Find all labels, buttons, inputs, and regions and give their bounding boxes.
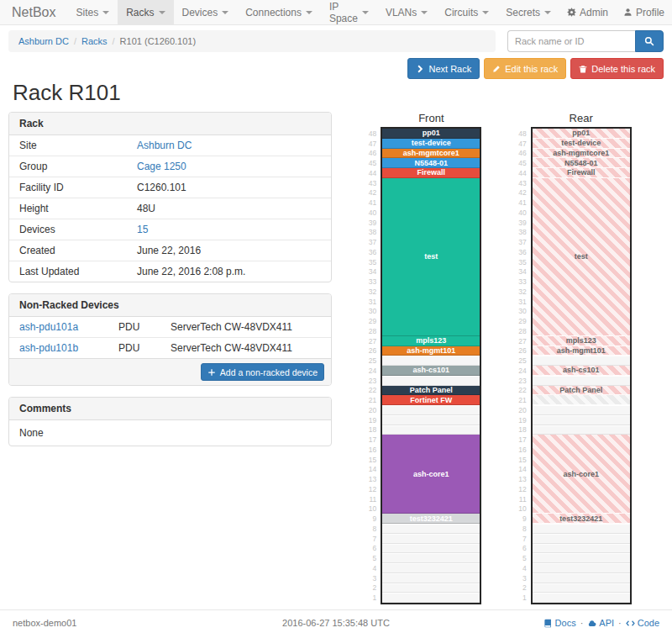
nav-item-racks[interactable]: Racks [118, 0, 173, 24]
unit-number: 9 [514, 514, 531, 524]
admin-link[interactable]: Admin [559, 0, 616, 24]
unit-number: 31 [364, 297, 381, 307]
rack-device-n5548-01[interactable]: N5548-01 [382, 158, 480, 168]
unit-number: 13 [514, 474, 531, 484]
rack-device-test[interactable]: test [382, 178, 480, 336]
footer-link-code[interactable]: Code [626, 618, 659, 628]
rack-device-firewall[interactable]: Firewall [382, 168, 480, 178]
page-title: Rack R101 [13, 81, 672, 104]
navbar-menu: SitesRacksDevicesConnectionsIP SpaceVLAN… [67, 0, 559, 24]
chevron-down-icon [159, 11, 165, 14]
rack-device-ash-mgmt101[interactable]: ash-mgmt101 [533, 346, 630, 356]
nav-item-vlans[interactable]: VLANs [377, 0, 436, 24]
breadcrumb-item[interactable]: Racks [81, 36, 108, 46]
chevron-down-icon [362, 11, 369, 14]
breadcrumb-item: R101 (C1260.101) [120, 36, 197, 46]
next-rack-button[interactable]: Next Rack [407, 58, 480, 79]
rack-device-fortinet-fw[interactable] [533, 395, 630, 405]
unit-number: 44 [364, 168, 381, 178]
rack-unit-empty [533, 573, 630, 583]
rack-device-pp01[interactable]: pp01 [533, 129, 630, 139]
unit-number: 30 [514, 307, 531, 317]
unit-number: 29 [514, 316, 531, 326]
footer-links: Docs·API·Code [444, 618, 659, 628]
rack-attr-row: Height48U [9, 198, 331, 219]
unit-number: 15 [364, 455, 381, 465]
device-name-cell: ash-pdu101b [9, 338, 108, 358]
rack-device-ash-core1[interactable]: ash-core1 [382, 435, 480, 514]
rack-unit-empty [382, 583, 480, 593]
nav-item-connections[interactable]: Connections [237, 0, 321, 24]
rack-device-test3232421[interactable]: test3232421 [533, 514, 630, 524]
navbar-right: AdminProfileLog out [559, 0, 672, 24]
search-button[interactable] [635, 30, 664, 52]
add-nonracked-device-button[interactable]: Add a non-racked device [201, 363, 324, 381]
rack-device-ash-mgmtcore1[interactable]: ash-mgmtcore1 [382, 149, 480, 159]
unit-number: 47 [364, 139, 381, 149]
rack-device-ash-cs101[interactable]: ash-cs101 [533, 366, 630, 376]
profile-link[interactable]: Profile [616, 0, 672, 24]
footer-link-label: Docs [555, 618, 576, 628]
rack-device-patch-panel[interactable]: Patch Panel [382, 386, 480, 396]
breadcrumb-item[interactable]: Ashburn DC [18, 36, 69, 46]
rack-device-patch-panel[interactable]: Patch Panel [533, 386, 630, 396]
unit-number: 39 [514, 218, 531, 228]
unit-number: 30 [364, 307, 381, 317]
delete-rack-button[interactable]: Delete this rack [570, 58, 664, 79]
delete-rack-label: Delete this rack [591, 64, 655, 74]
rack-device-mpls123[interactable]: mpls123 [382, 336, 480, 346]
next-rack-label: Next Rack [428, 64, 471, 74]
unit-number: 2 [514, 583, 531, 593]
footer-link-api[interactable]: API [587, 618, 614, 628]
footer-link-docs[interactable]: Docs [543, 618, 576, 628]
rack-device-test[interactable]: test [533, 178, 630, 336]
nav-item-secrets[interactable]: Secrets [497, 0, 559, 24]
attr-value-link[interactable]: Cage 1250 [137, 161, 186, 172]
unit-number: 19 [514, 415, 531, 425]
nav-item-devices[interactable]: Devices [174, 0, 238, 24]
unit-number: 16 [514, 445, 531, 455]
netbox-brand[interactable]: NetBox [0, 0, 67, 24]
rack-device-firewall[interactable]: Firewall [533, 168, 630, 178]
nav-right-label: Profile [636, 7, 664, 18]
rack-device-test3232421[interactable]: test3232421 [382, 514, 480, 524]
attr-value: June 22, 2016 2:08 p.m. [127, 261, 331, 282]
unit-number: 1 [364, 593, 381, 603]
device-name-link[interactable]: ash-pdu101b [19, 342, 78, 354]
rack-device-ash-mgmt101[interactable]: ash-mgmt101 [382, 346, 480, 356]
nav-item-ip-space[interactable]: IP Space [321, 0, 377, 24]
rack-unit-empty [382, 563, 480, 573]
rack-device-test-device[interactable]: test-device [533, 139, 630, 149]
unit-number: 26 [364, 346, 381, 356]
footer: netbox-demo01 2016-06-27 15:35:48 UTC Do… [0, 609, 672, 633]
rack-device-ash-mgmtcore1[interactable]: ash-mgmtcore1 [533, 149, 630, 159]
edit-rack-button[interactable]: Edit this rack [484, 58, 566, 79]
unit-number: 23 [364, 376, 381, 386]
chevron-down-icon [306, 11, 312, 14]
rack-device-fortinet-fw[interactable]: Fortinet FW [382, 395, 480, 405]
rack-device-ash-core1[interactable]: ash-core1 [533, 435, 630, 514]
rack-device-test-device[interactable]: test-device [382, 139, 480, 149]
rack-device-mpls123[interactable]: mpls123 [533, 336, 630, 346]
unit-number: 26 [514, 346, 531, 356]
search-input[interactable] [507, 30, 635, 52]
rack-unit-empty [382, 376, 480, 386]
rack-attr-row: Last UpdatedJune 22, 2016 2:08 p.m. [9, 261, 331, 282]
rack-device-n5548-01[interactable]: N5548-01 [533, 158, 630, 168]
rack-unit-empty [533, 583, 630, 593]
rack-device-ash-cs101[interactable]: ash-cs101 [382, 366, 480, 376]
unit-number: 21 [514, 395, 531, 405]
code-icon [626, 619, 635, 628]
attr-value-link[interactable]: Ashburn DC [137, 140, 192, 151]
device-name-link[interactable]: ash-pdu101a [19, 321, 78, 333]
rack-unit-empty [533, 593, 630, 603]
rack-unit-empty [533, 405, 630, 415]
unit-number: 15 [514, 455, 531, 465]
unit-number: 11 [364, 494, 381, 504]
nav-item-sites[interactable]: Sites [67, 0, 118, 24]
rack-device-pp01[interactable]: pp01 [382, 129, 480, 139]
attr-value-link[interactable]: 15 [137, 224, 148, 235]
unit-number: 48 [364, 129, 381, 139]
nav-item-circuits[interactable]: Circuits [436, 0, 497, 24]
nav-item-label: Racks [126, 7, 154, 18]
